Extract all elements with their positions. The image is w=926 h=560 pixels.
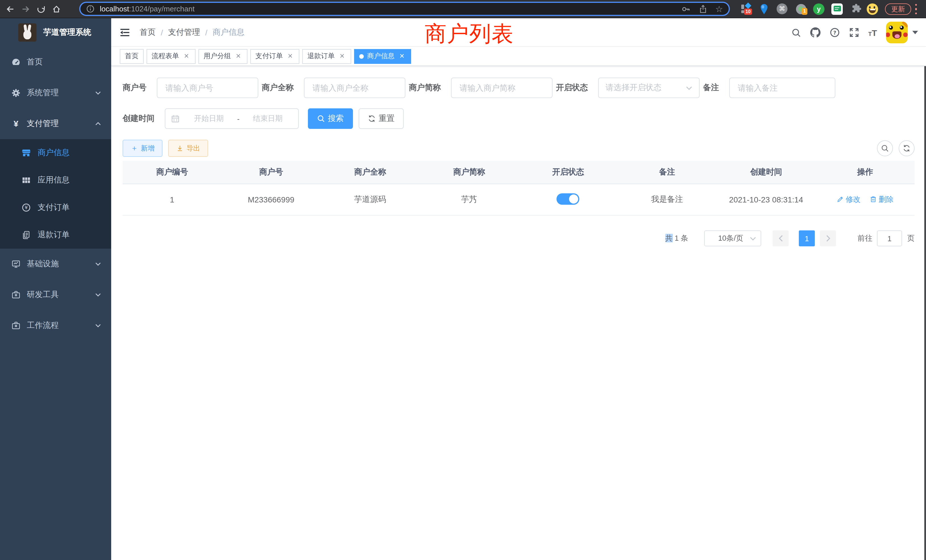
browser-back-button[interactable] (5, 4, 15, 14)
export-button[interactable]: 导出 (168, 140, 208, 157)
remark-input[interactable] (729, 77, 835, 98)
delete-link[interactable]: 删除 (870, 194, 894, 205)
table-header-row: 商户编号 商户号 商户全称 商户简称 开启状态 备注 创建时间 操作 (123, 161, 915, 184)
prev-page-button[interactable] (773, 230, 788, 246)
sidebar-item-infrastructure[interactable]: 基础设施 (0, 249, 111, 279)
sidebar-item-home[interactable]: 首页 (0, 47, 111, 77)
share-icon[interactable] (698, 4, 707, 14)
annotation-title: 商户列表 (425, 20, 514, 48)
short-name-input[interactable] (451, 77, 552, 98)
breadcrumb-home[interactable]: 首页 (140, 27, 156, 38)
extensions-puzzle-icon[interactable] (851, 3, 862, 15)
merchant-no-label: 商户号 (123, 83, 157, 93)
password-key-icon[interactable] (681, 4, 690, 14)
add-button[interactable]: ＋ 新增 (123, 140, 162, 157)
extension-blue-diamond-icon[interactable]: 10 (741, 3, 753, 15)
extension-y-icon[interactable]: y (813, 3, 825, 15)
tab-label: 支付订单 (256, 51, 283, 61)
bookmark-star-icon[interactable]: ☆ (715, 5, 723, 13)
refresh-icon (368, 115, 376, 123)
edit-link[interactable]: 修改 (837, 194, 861, 205)
app-window: 芋道管理系统 首页 系统管理 ¥ 支付管理 (0, 18, 926, 560)
caret-down-icon[interactable] (912, 31, 918, 34)
browser-forward-button[interactable] (21, 4, 31, 14)
screen: localhost:1024/pay/merchant ☆ 10 ⌘ 1 y (0, 0, 926, 560)
page-size-select[interactable]: 10条/页 (704, 230, 761, 246)
close-icon[interactable]: ✕ (235, 52, 242, 60)
extension-blue-pin-icon[interactable] (758, 3, 770, 15)
sidebar-logo[interactable]: 芋道管理系统 (0, 18, 111, 47)
hamburger-icon[interactable] (120, 28, 130, 37)
sidebar-item-label: 首页 (27, 57, 43, 67)
export-button-label: 导出 (186, 144, 200, 153)
url-path: :1024/pay/merchant (129, 5, 195, 13)
hide-search-button[interactable] (877, 140, 893, 156)
close-icon[interactable]: ✕ (286, 52, 294, 60)
help-icon[interactable]: ? (829, 27, 840, 38)
full-name-input[interactable] (304, 77, 406, 98)
svg-text:?: ? (833, 30, 836, 36)
tab-merchant-info[interactable]: 商户信息✕ (354, 49, 411, 64)
sidebar-item-payment[interactable]: ¥ 支付管理 (0, 108, 111, 139)
sidebar-item-refund-order[interactable]: 退款订单 (0, 221, 111, 249)
tab-home[interactable]: 首页 (120, 49, 144, 64)
sidebar-item-label: 支付订单 (38, 203, 70, 213)
address-bar[interactable]: localhost:1024/pay/merchant ☆ (79, 2, 730, 16)
total-prefix: 共 (665, 234, 673, 242)
profile-emoji-icon[interactable] (867, 3, 878, 15)
goto-page-input[interactable] (877, 230, 902, 246)
close-icon[interactable]: ✕ (338, 52, 346, 60)
breadcrumb-separator: / (205, 28, 207, 37)
close-icon[interactable]: ✕ (183, 52, 191, 60)
browser-home-button[interactable] (51, 4, 62, 14)
browser-menu-icon[interactable] (915, 4, 917, 14)
main-area: 首页 / 支付管理 / 商户信息 ? (111, 18, 926, 560)
tab-process-form[interactable]: 流程表单✕ (147, 49, 195, 64)
search-button[interactable]: 搜索 (308, 108, 353, 129)
site-info-icon[interactable] (86, 5, 95, 13)
next-page-button[interactable] (820, 230, 836, 246)
avatar[interactable] (886, 22, 908, 43)
filter-merchant-no: 商户号 (123, 77, 258, 98)
yen-icon: ¥ (11, 119, 21, 128)
status-select[interactable]: 请选择开启状态 (598, 77, 700, 98)
breadcrumb-current: 商户信息 (213, 27, 245, 38)
tab-label: 商户信息 (367, 51, 395, 61)
extension-chat-icon[interactable] (831, 3, 843, 15)
sidebar-item-pay-order[interactable]: ¥ 支付订单 (0, 194, 111, 221)
sidebar-item-system[interactable]: 系统管理 (0, 77, 111, 108)
date-range-picker[interactable]: 开始日期 - 结束日期 (165, 108, 299, 129)
tab-pay-order[interactable]: 支付订单✕ (250, 49, 300, 64)
sidebar-item-dev-tools[interactable]: 研发工具 (0, 279, 111, 310)
browser-reload-button[interactable] (36, 4, 46, 14)
sidebar-item-merchant-info[interactable]: 商户信息 (0, 139, 111, 166)
fullscreen-icon[interactable] (849, 27, 859, 38)
search-icon[interactable] (791, 28, 801, 37)
status-toggle[interactable] (557, 193, 580, 204)
sidebar-item-workflow[interactable]: 工作流程 (0, 310, 111, 341)
search-icon (317, 115, 325, 123)
refresh-table-button[interactable] (899, 140, 915, 156)
extension-badge-count: 10 (744, 9, 752, 15)
extension-command-icon[interactable]: ⌘ (776, 3, 788, 15)
merchant-table: 商户编号 商户号 商户全称 商户简称 开启状态 备注 创建时间 操作 1 (123, 161, 915, 216)
sidebar-item-label: 工作流程 (27, 321, 59, 331)
github-icon[interactable] (810, 27, 820, 38)
sidebar-item-app-info[interactable]: 应用信息 (0, 166, 111, 194)
close-icon[interactable]: ✕ (398, 52, 406, 60)
page-number-current[interactable]: 1 (799, 230, 815, 246)
reset-button[interactable]: 重置 (359, 108, 404, 129)
tab-refund-order[interactable]: 退款订单✕ (302, 49, 351, 64)
tab-user-group[interactable]: 用户分组✕ (198, 49, 247, 64)
browser-update-button[interactable]: 更新 (885, 3, 911, 15)
tags-view-bar: 首页 流程表单✕ 用户分组✕ 支付订单✕ 退款订单✕ 商户信息✕ (111, 47, 926, 66)
pay-order-icon: ¥ (22, 203, 31, 212)
extension-green-dot-icon[interactable]: 1 (796, 3, 807, 15)
merchant-no-input[interactable] (157, 77, 258, 98)
filter-row-1: 商户号 商户全称 商户简称 开启状态 请选择开启状态 (123, 77, 915, 98)
font-size-icon[interactable]: TT (868, 28, 877, 37)
filter-status: 开启状态 请选择开启状态 (556, 77, 700, 98)
navbar: 首页 / 支付管理 / 商户信息 ? (111, 18, 926, 47)
logo-bunny-image (18, 23, 36, 42)
breadcrumb-payment[interactable]: 支付管理 (168, 27, 200, 38)
